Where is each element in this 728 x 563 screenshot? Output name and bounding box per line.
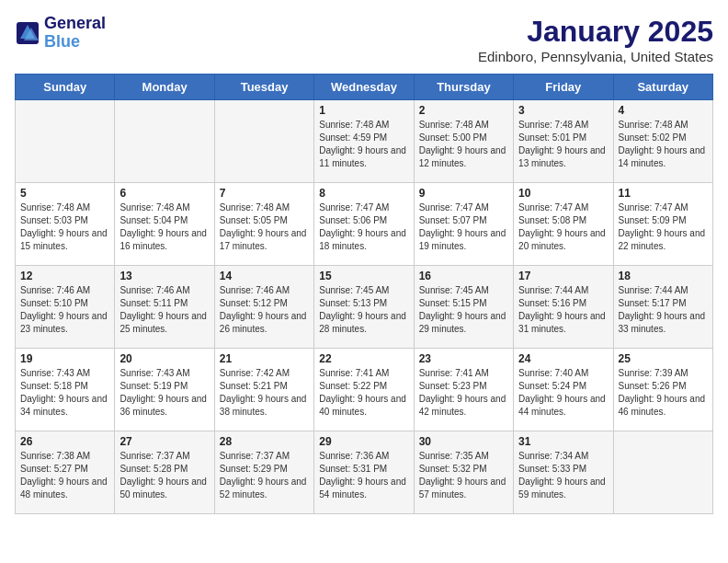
calendar-cell — [115, 100, 214, 183]
calendar-week-3: 12Sunrise: 7:46 AM Sunset: 5:10 PM Dayli… — [16, 266, 713, 349]
day-content: Sunrise: 7:48 AM Sunset: 5:05 PM Dayligh… — [220, 201, 309, 253]
header: General Blue January 2025 Edinboro, Penn… — [15, 15, 713, 64]
day-content: Sunrise: 7:41 AM Sunset: 5:23 PM Dayligh… — [419, 367, 508, 419]
calendar-title: January 2025 — [478, 15, 713, 49]
day-number: 12 — [20, 270, 109, 282]
day-content: Sunrise: 7:44 AM Sunset: 5:17 PM Dayligh… — [619, 284, 708, 336]
calendar-cell: 29Sunrise: 7:36 AM Sunset: 5:31 PM Dayli… — [314, 431, 414, 514]
day-number: 24 — [518, 352, 608, 365]
day-number: 17 — [518, 270, 608, 282]
calendar-cell: 10Sunrise: 7:47 AM Sunset: 5:08 PM Dayli… — [514, 183, 613, 266]
day-content: Sunrise: 7:46 AM Sunset: 5:10 PM Dayligh… — [20, 284, 109, 336]
title-area: January 2025 Edinboro, Pennsylvania, Uni… — [478, 15, 713, 64]
calendar-cell: 4Sunrise: 7:48 AM Sunset: 5:02 PM Daylig… — [613, 100, 712, 183]
day-number: 3 — [518, 104, 608, 117]
calendar-week-5: 26Sunrise: 7:38 AM Sunset: 5:27 PM Dayli… — [16, 431, 713, 514]
day-number: 16 — [419, 270, 508, 282]
day-content: Sunrise: 7:46 AM Sunset: 5:11 PM Dayligh… — [119, 284, 209, 336]
day-content: Sunrise: 7:48 AM Sunset: 4:59 PM Dayligh… — [319, 119, 408, 170]
calendar-body: 1Sunrise: 7:48 AM Sunset: 4:59 PM Daylig… — [16, 100, 713, 514]
calendar-cell: 15Sunrise: 7:45 AM Sunset: 5:13 PM Dayli… — [314, 266, 414, 349]
day-content: Sunrise: 7:37 AM Sunset: 5:28 PM Dayligh… — [119, 450, 209, 501]
day-content: Sunrise: 7:44 AM Sunset: 5:16 PM Dayligh… — [518, 284, 608, 336]
weekday-header-sunday: Sunday — [16, 75, 115, 100]
calendar-subtitle: Edinboro, Pennsylvania, United States — [478, 49, 713, 64]
day-content: Sunrise: 7:45 AM Sunset: 5:13 PM Dayligh… — [319, 284, 408, 336]
day-number: 5 — [20, 187, 109, 200]
day-content: Sunrise: 7:41 AM Sunset: 5:22 PM Dayligh… — [319, 367, 408, 419]
calendar-cell: 22Sunrise: 7:41 AM Sunset: 5:22 PM Dayli… — [314, 349, 414, 431]
day-content: Sunrise: 7:47 AM Sunset: 5:09 PM Dayligh… — [619, 201, 708, 253]
day-number: 9 — [419, 187, 508, 200]
calendar-cell — [214, 100, 313, 183]
day-content: Sunrise: 7:42 AM Sunset: 5:21 PM Dayligh… — [220, 367, 309, 419]
day-number: 13 — [119, 270, 209, 282]
calendar-cell: 23Sunrise: 7:41 AM Sunset: 5:23 PM Dayli… — [414, 349, 513, 431]
day-content: Sunrise: 7:47 AM Sunset: 5:07 PM Dayligh… — [419, 201, 508, 253]
day-content: Sunrise: 7:43 AM Sunset: 5:18 PM Dayligh… — [20, 367, 109, 419]
day-content: Sunrise: 7:47 AM Sunset: 5:08 PM Dayligh… — [518, 201, 608, 253]
weekday-header-row: SundayMondayTuesdayWednesdayThursdayFrid… — [16, 75, 713, 100]
day-number: 11 — [619, 187, 708, 200]
calendar-cell: 1Sunrise: 7:48 AM Sunset: 4:59 PM Daylig… — [314, 100, 414, 183]
calendar-cell: 18Sunrise: 7:44 AM Sunset: 5:17 PM Dayli… — [613, 266, 712, 349]
calendar-cell: 3Sunrise: 7:48 AM Sunset: 5:01 PM Daylig… — [514, 100, 613, 183]
calendar-cell: 26Sunrise: 7:38 AM Sunset: 5:27 PM Dayli… — [16, 431, 115, 514]
calendar-cell: 8Sunrise: 7:47 AM Sunset: 5:06 PM Daylig… — [314, 183, 414, 266]
calendar-cell: 5Sunrise: 7:48 AM Sunset: 5:03 PM Daylig… — [16, 183, 115, 266]
day-content: Sunrise: 7:36 AM Sunset: 5:31 PM Dayligh… — [319, 450, 408, 501]
logo-icon — [15, 20, 40, 46]
day-number: 4 — [619, 104, 708, 117]
calendar-week-1: 1Sunrise: 7:48 AM Sunset: 4:59 PM Daylig… — [16, 100, 713, 183]
day-content: Sunrise: 7:40 AM Sunset: 5:24 PM Dayligh… — [518, 367, 608, 419]
day-content: Sunrise: 7:39 AM Sunset: 5:26 PM Dayligh… — [619, 367, 708, 419]
day-number: 21 — [220, 352, 309, 365]
day-content: Sunrise: 7:37 AM Sunset: 5:29 PM Dayligh… — [220, 450, 309, 501]
day-number: 31 — [518, 435, 608, 448]
day-number: 1 — [319, 104, 408, 117]
day-content: Sunrise: 7:34 AM Sunset: 5:33 PM Dayligh… — [518, 450, 608, 501]
calendar-table: SundayMondayTuesdayWednesdayThursdayFrid… — [15, 74, 713, 514]
calendar-cell: 12Sunrise: 7:46 AM Sunset: 5:10 PM Dayli… — [16, 266, 115, 349]
calendar-cell: 25Sunrise: 7:39 AM Sunset: 5:26 PM Dayli… — [613, 349, 712, 431]
calendar-cell: 27Sunrise: 7:37 AM Sunset: 5:28 PM Dayli… — [115, 431, 214, 514]
day-content: Sunrise: 7:48 AM Sunset: 5:02 PM Dayligh… — [619, 119, 708, 170]
day-number: 18 — [619, 270, 708, 282]
weekday-header-tuesday: Tuesday — [214, 75, 313, 100]
calendar-cell: 20Sunrise: 7:43 AM Sunset: 5:19 PM Dayli… — [115, 349, 214, 431]
calendar-cell: 7Sunrise: 7:48 AM Sunset: 5:05 PM Daylig… — [214, 183, 313, 266]
day-number: 7 — [220, 187, 309, 200]
day-content: Sunrise: 7:48 AM Sunset: 5:04 PM Dayligh… — [119, 201, 209, 253]
day-content: Sunrise: 7:48 AM Sunset: 5:01 PM Dayligh… — [518, 119, 608, 170]
day-number: 23 — [419, 352, 508, 365]
day-content: Sunrise: 7:48 AM Sunset: 5:00 PM Dayligh… — [419, 119, 508, 170]
calendar-cell: 9Sunrise: 7:47 AM Sunset: 5:07 PM Daylig… — [414, 183, 513, 266]
weekday-header-friday: Friday — [514, 75, 613, 100]
calendar-week-4: 19Sunrise: 7:43 AM Sunset: 5:18 PM Dayli… — [16, 349, 713, 431]
calendar-cell: 24Sunrise: 7:40 AM Sunset: 5:24 PM Dayli… — [514, 349, 613, 431]
calendar-cell: 28Sunrise: 7:37 AM Sunset: 5:29 PM Dayli… — [214, 431, 313, 514]
day-number: 25 — [619, 352, 708, 365]
calendar-cell: 16Sunrise: 7:45 AM Sunset: 5:15 PM Dayli… — [414, 266, 513, 349]
logo-text: General Blue — [44, 15, 106, 52]
calendar-cell: 6Sunrise: 7:48 AM Sunset: 5:04 PM Daylig… — [115, 183, 214, 266]
day-content: Sunrise: 7:43 AM Sunset: 5:19 PM Dayligh… — [119, 367, 209, 419]
logo: General Blue — [15, 15, 106, 52]
day-content: Sunrise: 7:45 AM Sunset: 5:15 PM Dayligh… — [419, 284, 508, 336]
weekday-header-thursday: Thursday — [414, 75, 513, 100]
day-number: 30 — [419, 435, 508, 448]
calendar-cell: 21Sunrise: 7:42 AM Sunset: 5:21 PM Dayli… — [214, 349, 313, 431]
day-number: 27 — [119, 435, 209, 448]
calendar-cell: 11Sunrise: 7:47 AM Sunset: 5:09 PM Dayli… — [613, 183, 712, 266]
day-content: Sunrise: 7:47 AM Sunset: 5:06 PM Dayligh… — [319, 201, 408, 253]
calendar-cell: 14Sunrise: 7:46 AM Sunset: 5:12 PM Dayli… — [214, 266, 313, 349]
weekday-header-monday: Monday — [115, 75, 214, 100]
day-number: 6 — [119, 187, 209, 200]
day-content: Sunrise: 7:48 AM Sunset: 5:03 PM Dayligh… — [20, 201, 109, 253]
day-number: 2 — [419, 104, 508, 117]
weekday-header-saturday: Saturday — [613, 75, 712, 100]
calendar-cell: 30Sunrise: 7:35 AM Sunset: 5:32 PM Dayli… — [414, 431, 513, 514]
day-content: Sunrise: 7:46 AM Sunset: 5:12 PM Dayligh… — [220, 284, 309, 336]
day-number: 26 — [20, 435, 109, 448]
day-number: 8 — [319, 187, 408, 200]
